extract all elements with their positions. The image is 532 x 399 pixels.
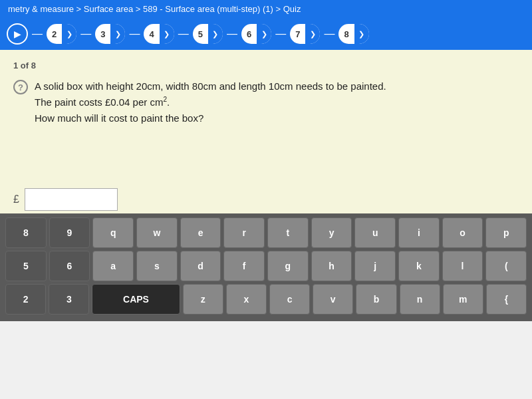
answer-label: £ [13, 194, 19, 205]
answer-input[interactable] [25, 188, 118, 211]
step-3-label: 3 [95, 29, 110, 39]
question-line2: The paint costs £0.04 per cm [35, 96, 163, 108]
key-i[interactable]: i [398, 217, 440, 248]
key-9[interactable]: 9 [49, 217, 90, 248]
key-8[interactable]: 8 [5, 217, 47, 248]
key-j[interactable]: j [354, 251, 396, 281]
keyboard-row-1: 8 9 q w e r t y u i o p [5, 217, 527, 248]
key-s[interactable]: s [136, 251, 178, 281]
breadcrumb: metry & measure > Surface area > 589 - S… [0, 0, 532, 18]
step-6[interactable]: 6 ❯ [241, 24, 271, 44]
key-k[interactable]: k [398, 251, 440, 281]
step-2-label: 2 [47, 29, 62, 39]
question-superscript: 2 [163, 96, 167, 103]
key-u[interactable]: u [354, 217, 396, 248]
key-5[interactable]: 5 [5, 251, 47, 281]
key-v[interactable]: v [313, 284, 353, 315]
key-r[interactable]: r [223, 217, 265, 248]
step-2-arrow: ❯ [62, 24, 76, 44]
step-navigation: ▶ — 2 ❯ — 3 ❯ — 4 ❯ — 5 ❯ — 6 ❯ — 7 ❯ — … [0, 18, 532, 50]
step-6-label: 6 [241, 29, 257, 39]
question-body: ? A solid box with height 20cm, width 80… [13, 78, 519, 126]
key-a[interactable]: a [92, 251, 134, 281]
step-7-label: 7 [290, 29, 305, 39]
breadcrumb-text: metry & measure > Surface area > 589 - S… [8, 4, 301, 14]
key-2[interactable]: 2 [5, 284, 46, 315]
dash-1: — [31, 28, 44, 40]
step-3[interactable]: 3 ❯ [95, 24, 125, 44]
step-7-arrow: ❯ [305, 24, 320, 44]
key-openbrace[interactable]: { [486, 284, 527, 315]
step-5-label: 5 [193, 29, 208, 39]
key-e[interactable]: e [180, 217, 221, 248]
key-p[interactable]: p [485, 217, 527, 248]
step-2[interactable]: 2 ❯ [47, 24, 76, 44]
key-m[interactable]: m [443, 284, 483, 315]
caps-key[interactable]: CAPS [92, 284, 180, 315]
key-c[interactable]: c [269, 284, 310, 315]
keyboard-row-3: 2 3 CAPS z x c v b n m { [5, 284, 527, 315]
step-3-arrow: ❯ [110, 24, 125, 44]
step-5-arrow: ❯ [208, 24, 223, 44]
question-text: A solid box with height 20cm, width 80cm… [35, 78, 386, 126]
key-openparen[interactable]: ( [485, 251, 527, 281]
answer-area: £ [0, 183, 532, 213]
play-icon: ▶ [14, 29, 21, 39]
question-line3: How much will it cost to paint the box? [35, 112, 203, 124]
key-y[interactable]: y [311, 217, 352, 248]
keyboard-row-2: 5 6 a s d f g h j k l ( [5, 251, 527, 281]
key-g[interactable]: g [267, 251, 309, 281]
step-4[interactable]: 4 ❯ [144, 24, 174, 44]
key-w[interactable]: w [136, 217, 178, 248]
key-6[interactable]: 6 [49, 251, 90, 281]
key-n[interactable]: n [400, 284, 440, 315]
step-8-label: 8 [338, 29, 354, 39]
question-count: 1 of 8 [13, 61, 519, 70]
keyboard: 8 9 q w e r t y u i o p 5 6 a s d f g h … [0, 213, 532, 321]
step-4-arrow: ❯ [160, 24, 174, 44]
key-f[interactable]: f [223, 251, 265, 281]
key-t[interactable]: t [267, 217, 309, 248]
key-l[interactable]: l [442, 251, 483, 281]
step-5[interactable]: 5 ❯ [193, 24, 223, 44]
step-4-label: 4 [144, 29, 159, 39]
key-x[interactable]: x [226, 284, 267, 315]
question-line1: A solid box with height 20cm, width 80cm… [35, 80, 386, 92]
step-6-arrow: ❯ [257, 24, 271, 44]
step-8[interactable]: 8 ❯ [338, 24, 368, 44]
key-d[interactable]: d [180, 251, 221, 281]
key-h[interactable]: h [311, 251, 352, 281]
key-z[interactable]: z [183, 284, 223, 315]
play-button[interactable]: ▶ [7, 23, 28, 45]
step-8-arrow: ❯ [354, 24, 369, 44]
key-b[interactable]: b [356, 284, 396, 315]
main-content: 1 of 8 ? A solid box with height 20cm, w… [0, 50, 532, 183]
key-3[interactable]: 3 [49, 284, 89, 315]
key-q[interactable]: q [92, 217, 134, 248]
key-o[interactable]: o [442, 217, 483, 248]
step-7[interactable]: 7 ❯ [290, 24, 320, 44]
help-icon[interactable]: ? [13, 80, 28, 94]
